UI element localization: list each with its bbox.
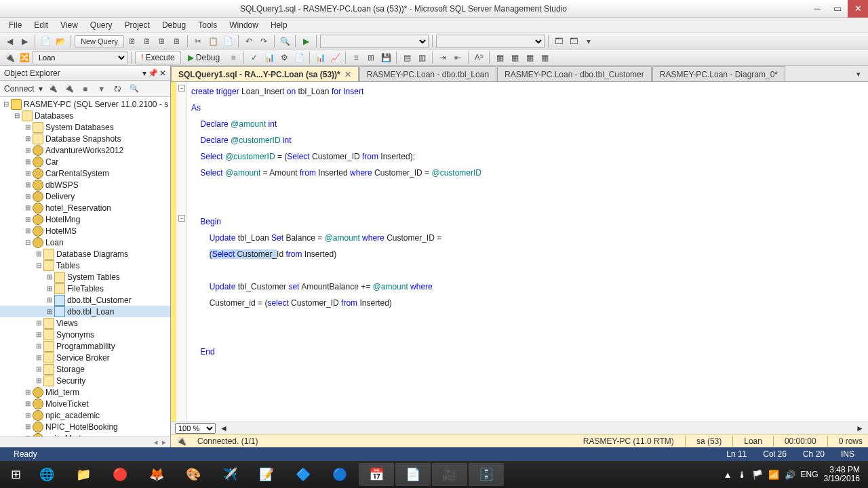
- tree-table-customer[interactable]: ⊞dbo.tbl_Customer: [0, 294, 170, 306]
- tree-db[interactable]: ⊞Car: [0, 156, 170, 167]
- open-icon[interactable]: 📂: [54, 35, 67, 48]
- window-tool-icon[interactable]: ▦: [493, 51, 507, 64]
- query-options-icon[interactable]: ⚙: [277, 51, 291, 64]
- solution-dropdown[interactable]: [320, 35, 429, 48]
- taskbar-ssms[interactable]: 🗄️: [469, 463, 504, 486]
- menu-file[interactable]: File: [3, 18, 28, 32]
- taskbar-skype[interactable]: 🔵: [322, 463, 357, 486]
- tree-db[interactable]: ⊞MoiveTicket: [0, 398, 170, 409]
- explorer-hscroll[interactable]: ◄ ►: [0, 436, 170, 447]
- paste-icon[interactable]: 📄: [221, 35, 235, 48]
- tree-db[interactable]: ⊞Mid_term: [0, 386, 170, 398]
- explorer-tree[interactable]: ⊟RASMEY-PC (SQL Server 11.0.2100 - s ⊟Da…: [0, 97, 170, 436]
- filter-icon[interactable]: ▼: [96, 83, 108, 95]
- database-selector[interactable]: Loan: [33, 51, 127, 64]
- tree-db[interactable]: ⊞HotelMS: [0, 225, 170, 237]
- tree-db[interactable]: ⊞npic_academic: [0, 409, 170, 421]
- tree-synonyms-folder[interactable]: ⊞Synonyms: [0, 329, 170, 340]
- cut-icon[interactable]: ✂: [191, 35, 205, 48]
- tray-network-icon[interactable]: 📶: [768, 470, 779, 480]
- tree-diagrams-folder[interactable]: ⊞Database Diagrams: [0, 248, 170, 260]
- taskbar-chrome[interactable]: 🔴: [102, 463, 138, 486]
- taskbar-paint[interactable]: 🎨: [176, 463, 211, 486]
- tree-table-loan[interactable]: ⊞dbo.tbl_Loan: [0, 306, 170, 317]
- config-dropdown[interactable]: [436, 35, 545, 48]
- tree-db[interactable]: ⊞CarRentalSystem: [0, 167, 170, 179]
- menu-debug[interactable]: Debug: [156, 18, 192, 32]
- tab-diagram[interactable]: RASMEY-PC.Loan - Diagram_0*: [652, 66, 785, 81]
- tree-db[interactable]: ⊞AdvantureWorks2012: [0, 144, 170, 156]
- search-icon[interactable]: 🔍: [128, 83, 140, 95]
- tree-db[interactable]: ⊞dbWSPS: [0, 179, 170, 190]
- taskbar-ie[interactable]: 🌐: [29, 463, 64, 486]
- stop-icon[interactable]: ■: [79, 83, 92, 95]
- connect-icon[interactable]: 🔌: [3, 51, 16, 64]
- forward-icon[interactable]: ▶: [18, 35, 31, 48]
- tree-filetables-folder[interactable]: ⊞FileTables: [0, 283, 170, 294]
- tree-sysdb-folder[interactable]: ⊞System Databases: [0, 121, 170, 133]
- db-query2-icon[interactable]: 🗎: [140, 35, 154, 48]
- start-button[interactable]: ⊞: [3, 463, 28, 486]
- execute-button[interactable]: ! Execute: [135, 51, 181, 64]
- intelli-icon[interactable]: 📄: [292, 51, 306, 64]
- tray-lang[interactable]: ENG: [801, 470, 818, 479]
- menu-help[interactable]: Help: [264, 18, 294, 32]
- explorer-dropdown-icon[interactable]: ▾: [142, 68, 146, 78]
- menu-window[interactable]: Window: [223, 18, 264, 32]
- menu-view[interactable]: View: [54, 18, 84, 32]
- tree-db[interactable]: ⊞hotel_Reservation: [0, 202, 170, 214]
- specify-values-icon[interactable]: Aᵇ: [472, 51, 486, 64]
- taskbar-telegram[interactable]: ✈️: [212, 463, 248, 486]
- copy-icon[interactable]: 📋: [206, 35, 220, 48]
- taskbar-sublime[interactable]: 🔷: [285, 463, 321, 486]
- connect-icon[interactable]: 🔌: [47, 83, 59, 95]
- find-icon[interactable]: 🔍: [278, 35, 292, 48]
- results-text-icon[interactable]: ≡: [349, 51, 363, 64]
- window-tool3-icon[interactable]: ▦: [523, 51, 536, 64]
- new-project-icon[interactable]: 📄: [39, 35, 52, 48]
- db-query-icon[interactable]: 🗎: [125, 35, 139, 48]
- menu-project[interactable]: Project: [119, 18, 156, 32]
- comment-icon[interactable]: ▤: [400, 51, 414, 64]
- db-query3-icon[interactable]: 🗎: [155, 35, 169, 48]
- db-query4-icon[interactable]: 🗎: [170, 35, 184, 48]
- indent-icon[interactable]: ⇥: [436, 51, 450, 64]
- tree-systables-folder[interactable]: ⊞System Tables: [0, 271, 170, 283]
- uncomment-icon[interactable]: ▥: [415, 51, 429, 64]
- change-connection-icon[interactable]: 🔀: [18, 51, 31, 64]
- new-query-button[interactable]: New Query: [75, 35, 124, 47]
- tray-flag-icon[interactable]: 🏳️: [752, 470, 763, 480]
- code-editor[interactable]: create trigger Loan_Insert on tbl_Loan f…: [187, 82, 868, 422]
- tool3-icon[interactable]: ▾: [582, 35, 595, 48]
- tree-storage-folder[interactable]: ⊞Storage: [0, 363, 170, 375]
- stop-icon[interactable]: ■: [226, 51, 240, 64]
- tool-icon[interactable]: 🗔: [552, 35, 566, 48]
- tab-tbl-customer[interactable]: RASMEY-PC.Loan - dbo.tbl_Customer: [497, 66, 652, 81]
- tab-sqlquery[interactable]: SQLQuery1.sql - RA...Y-PC.Loan (sa (53))…: [171, 66, 359, 81]
- refresh-icon[interactable]: 🗘: [112, 83, 124, 95]
- minimize-button[interactable]: ─: [807, 0, 827, 18]
- tray-clock[interactable]: 3:48 PM 3/19/2016: [824, 466, 860, 483]
- parse-icon[interactable]: ✓: [248, 51, 261, 64]
- include-stats-icon[interactable]: 📈: [328, 51, 342, 64]
- tree-prog-folder[interactable]: ⊞Programmability: [0, 340, 170, 352]
- taskbar-notepad[interactable]: 📝: [249, 463, 284, 486]
- tree-sb-folder[interactable]: ⊞Service Broker: [0, 352, 170, 363]
- disconnect-icon[interactable]: 🔌: [63, 83, 75, 95]
- tree-db[interactable]: ⊞Delivery: [0, 190, 170, 202]
- menu-edit[interactable]: Edit: [28, 18, 54, 32]
- outdent-icon[interactable]: ⇤: [451, 51, 465, 64]
- explorer-close-icon[interactable]: ✕: [159, 68, 166, 78]
- tray-speedfan-icon[interactable]: 🌡: [738, 470, 747, 480]
- window-tool2-icon[interactable]: ▦: [508, 51, 521, 64]
- back-icon[interactable]: ◀: [3, 35, 16, 48]
- estimate-plan-icon[interactable]: 📊: [262, 51, 276, 64]
- hscroll-right-icon[interactable]: ►: [856, 424, 864, 433]
- debug-button[interactable]: ▶ Debug: [182, 52, 225, 64]
- tab-close-icon[interactable]: ✕: [344, 70, 351, 79]
- maximize-button[interactable]: ▭: [827, 0, 848, 18]
- tab-overflow-icon[interactable]: ▾: [850, 66, 867, 81]
- results-grid-icon[interactable]: ⊞: [364, 51, 378, 64]
- zoom-selector[interactable]: 100 %: [175, 423, 216, 434]
- outline-gutter[interactable]: − −: [176, 82, 187, 422]
